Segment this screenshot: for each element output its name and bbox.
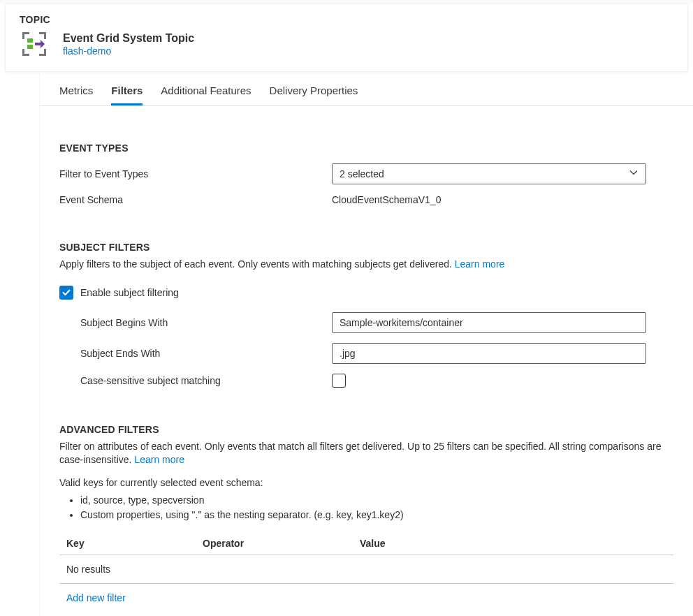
subject-begins-row: Subject Begins With <box>59 312 673 333</box>
subject-ends-row: Subject Ends With <box>59 343 673 364</box>
topic-name-link[interactable]: flash-demo <box>63 45 194 57</box>
subject-filters-learn-more-link[interactable]: Learn more <box>455 258 505 270</box>
svg-rect-0 <box>27 38 33 43</box>
topic-text: Event Grid System Topic flash-demo <box>63 31 194 57</box>
subject-begins-label: Subject Begins With <box>59 317 332 328</box>
case-sensitive-checkbox[interactable] <box>332 374 346 388</box>
subject-ends-val <box>332 343 646 364</box>
filter-event-types-select[interactable]: 2 selected <box>332 163 646 184</box>
enable-subject-filtering-checkbox[interactable] <box>59 286 73 300</box>
advanced-filters-title: ADVANCED FILTERS <box>59 424 673 435</box>
event-types-title: EVENT TYPES <box>59 142 673 154</box>
enable-subject-filtering-row: Enable subject filtering <box>59 286 673 300</box>
event-schema-row: Event Schema CloudEventSchemaV1_0 <box>59 194 673 205</box>
adv-table-no-results: No results <box>59 555 673 584</box>
valid-keys-block: Valid keys for currently selected event … <box>59 476 673 522</box>
subject-filters-title: SUBJECT FILTERS <box>59 242 673 253</box>
subject-filters-desc: Apply filters to the subject of each eve… <box>59 258 673 272</box>
left-gutter <box>0 72 40 616</box>
event-grid-topic-icon <box>20 29 49 59</box>
case-sensitive-val <box>332 374 646 388</box>
tabs: Metrics Filters Additional Features Deli… <box>40 72 693 106</box>
topic-label: TOPIC <box>20 14 673 25</box>
case-sensitive-label: Case-sensitive subject matching <box>59 375 332 386</box>
chevron-down-icon <box>629 168 639 180</box>
topic-header-card: TOPIC Event Grid System Topic flash-demo <box>5 3 688 72</box>
tab-filters[interactable]: Filters <box>111 85 143 105</box>
subject-begins-input[interactable] <box>332 312 646 333</box>
subject-begins-val <box>332 312 646 333</box>
filter-event-types-value: 2 selected <box>332 163 646 184</box>
topic-row: Event Grid System Topic flash-demo <box>20 29 673 59</box>
content-wrap: Metrics Filters Additional Features Deli… <box>0 72 693 616</box>
valid-keys-list: id, source, type, specversion Custom pro… <box>59 493 673 522</box>
enable-subject-filtering-label: Enable subject filtering <box>80 287 179 298</box>
page-title: Event Grid System Topic <box>63 31 194 46</box>
filter-event-types-row: Filter to Event Types 2 selected <box>59 163 673 184</box>
valid-keys-item-1: Custom properties, using "." as the nest… <box>80 508 673 522</box>
advanced-filters-desc: Filter on attributes of each event. Only… <box>59 440 673 467</box>
col-value-header: Value <box>360 538 666 549</box>
subject-ends-input[interactable] <box>332 343 646 364</box>
event-schema-value-wrap: CloudEventSchemaV1_0 <box>332 194 646 205</box>
valid-keys-intro: Valid keys for currently selected event … <box>59 476 673 490</box>
svg-rect-1 <box>27 45 33 49</box>
event-schema-label: Event Schema <box>59 194 332 205</box>
section-event-types: EVENT TYPES Filter to Event Types 2 sele… <box>40 142 693 205</box>
valid-keys-item-0: id, source, type, specversion <box>80 493 673 508</box>
subject-filters-desc-text: Apply filters to the subject of each eve… <box>59 258 452 270</box>
subject-ends-label: Subject Ends With <box>59 348 332 359</box>
filter-event-types-label: Filter to Event Types <box>59 168 332 179</box>
case-sensitive-row: Case-sensitive subject matching <box>59 374 673 388</box>
add-new-filter-button[interactable]: Add new filter <box>59 584 133 603</box>
section-subject-filters: SUBJECT FILTERS Apply filters to the sub… <box>40 242 693 388</box>
event-schema-value: CloudEventSchemaV1_0 <box>332 194 646 205</box>
tab-metrics[interactable]: Metrics <box>59 85 93 105</box>
select-value: 2 selected <box>340 168 384 179</box>
advanced-filters-table: Key Operator Value No results Add new fi… <box>59 532 673 603</box>
tab-delivery-properties[interactable]: Delivery Properties <box>270 85 358 105</box>
tab-additional-features[interactable]: Additional Features <box>161 85 251 105</box>
adv-table-header: Key Operator Value <box>59 532 673 555</box>
col-operator-header: Operator <box>203 538 360 549</box>
section-advanced-filters: ADVANCED FILTERS Filter on attributes of… <box>40 424 693 616</box>
page: TOPIC Event Grid System Topic flash-demo <box>0 3 693 616</box>
main-content: Metrics Filters Additional Features Deli… <box>40 72 693 616</box>
col-key-header: Key <box>66 538 203 549</box>
advanced-filters-learn-more-link[interactable]: Learn more <box>134 454 184 465</box>
